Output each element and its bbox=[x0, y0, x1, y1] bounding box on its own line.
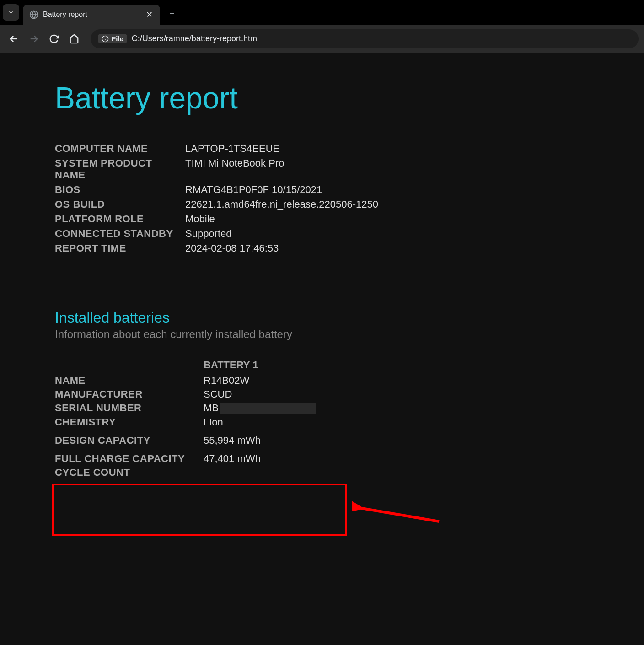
chevron-down-icon bbox=[8, 9, 14, 16]
system-info-table: COMPUTER NAMELAPTOP-1TS4EEUESYSTEM PRODU… bbox=[55, 143, 644, 254]
info-icon bbox=[102, 35, 109, 43]
reload-button[interactable] bbox=[46, 31, 62, 47]
info-label: COMPUTER NAME bbox=[55, 143, 185, 155]
globe-icon bbox=[29, 10, 38, 19]
browser-toolbar: File C:/Users/ramne/battery-report.html bbox=[0, 25, 644, 53]
forward-button[interactable] bbox=[26, 31, 42, 47]
info-value: TIMI Mi NoteBook Pro bbox=[185, 157, 284, 181]
info-row: MANUFACTURERSCUD bbox=[55, 388, 644, 400]
info-row: REPORT TIME2024-02-08 17:46:53 bbox=[55, 242, 644, 254]
info-value: - bbox=[204, 467, 207, 478]
info-row: PLATFORM ROLEMobile bbox=[55, 213, 644, 225]
info-label: OS BUILD bbox=[55, 199, 185, 210]
browser-tab[interactable]: Battery report ✕ bbox=[23, 5, 160, 25]
section-description: Information about each currently install… bbox=[55, 328, 644, 341]
info-value: SCUD bbox=[204, 388, 232, 400]
info-value: 55,994 mWh bbox=[204, 435, 261, 446]
info-row: COMPUTER NAMELAPTOP-1TS4EEUE bbox=[55, 143, 644, 155]
info-value: 2024-02-08 17:46:53 bbox=[185, 242, 279, 254]
tab-bar: Battery report ✕ + bbox=[0, 0, 644, 25]
address-bar[interactable]: File C:/Users/ramne/battery-report.html bbox=[91, 29, 639, 48]
info-row: SYSTEM PRODUCT NAMETIMI Mi NoteBook Pro bbox=[55, 157, 644, 181]
info-row: DESIGN CAPACITY55,994 mWh bbox=[55, 430, 644, 446]
tab-search-button[interactable] bbox=[3, 4, 19, 21]
info-row: CHEMISTRYLIon bbox=[55, 416, 644, 428]
new-tab-button[interactable]: + bbox=[164, 9, 180, 19]
info-row: SERIAL NUMBERMB bbox=[55, 402, 644, 414]
battery-header-row: BATTERY 1 bbox=[55, 359, 644, 371]
info-value: LAPTOP-1TS4EEUE bbox=[185, 143, 279, 155]
info-label: CHEMISTRY bbox=[55, 416, 204, 428]
battery-column-header: BATTERY 1 bbox=[204, 359, 258, 371]
info-label: SYSTEM PRODUCT NAME bbox=[55, 157, 185, 181]
tab-close-button[interactable]: ✕ bbox=[145, 10, 154, 20]
home-icon bbox=[69, 34, 79, 44]
info-value: MB bbox=[204, 402, 316, 414]
info-label: REPORT TIME bbox=[55, 242, 185, 254]
info-value: 22621.1.amd64fre.ni_release.220506-1250 bbox=[185, 199, 378, 210]
info-value: LIon bbox=[204, 416, 223, 428]
info-label: PLATFORM ROLE bbox=[55, 213, 185, 225]
info-value: Mobile bbox=[185, 213, 215, 225]
page-title: Battery report bbox=[55, 81, 644, 115]
reload-icon bbox=[49, 34, 59, 44]
info-label: MANUFACTURER bbox=[55, 388, 204, 400]
info-row: CYCLE COUNT- bbox=[55, 467, 644, 478]
info-label: SERIAL NUMBER bbox=[55, 402, 204, 414]
info-value: RMATG4B1P0F0F 10/15/2021 bbox=[185, 184, 322, 196]
url-text: C:/Users/ramne/battery-report.html bbox=[132, 34, 259, 43]
arrow-left-icon bbox=[9, 34, 19, 44]
info-row: BIOSRMATG4B1P0F0F 10/15/2021 bbox=[55, 184, 644, 196]
info-value: Supported bbox=[185, 228, 232, 240]
info-row: NAMER14B02W bbox=[55, 375, 644, 387]
tab-title: Battery report bbox=[43, 11, 140, 19]
home-button[interactable] bbox=[66, 31, 82, 47]
redacted-block bbox=[220, 403, 316, 414]
back-button[interactable] bbox=[5, 31, 22, 47]
report-body: Battery report COMPUTER NAMELAPTOP-1TS4E… bbox=[0, 53, 644, 645]
info-label: FULL CHARGE CAPACITY bbox=[55, 453, 204, 465]
info-label: BIOS bbox=[55, 184, 185, 196]
info-row: FULL CHARGE CAPACITY47,401 mWh bbox=[55, 448, 644, 465]
info-row: OS BUILD22621.1.amd64fre.ni_release.2205… bbox=[55, 199, 644, 210]
info-label: DESIGN CAPACITY bbox=[55, 435, 204, 446]
arrow-right-icon bbox=[29, 34, 39, 44]
info-label: CONNECTED STANDBY bbox=[55, 228, 185, 240]
info-value: R14B02W bbox=[204, 375, 249, 387]
file-chip: File bbox=[98, 34, 127, 43]
section-title-installed: Installed batteries bbox=[55, 309, 644, 326]
info-row: CONNECTED STANDBYSupported bbox=[55, 228, 644, 240]
battery-info-table: NAMER14B02WMANUFACTURERSCUDSERIAL NUMBER… bbox=[55, 375, 644, 478]
info-value: 47,401 mWh bbox=[204, 453, 261, 465]
info-label: NAME bbox=[55, 375, 204, 387]
browser-chrome: Battery report ✕ + File C:/Users/ramne/b… bbox=[0, 0, 644, 53]
info-label: CYCLE COUNT bbox=[55, 467, 204, 478]
